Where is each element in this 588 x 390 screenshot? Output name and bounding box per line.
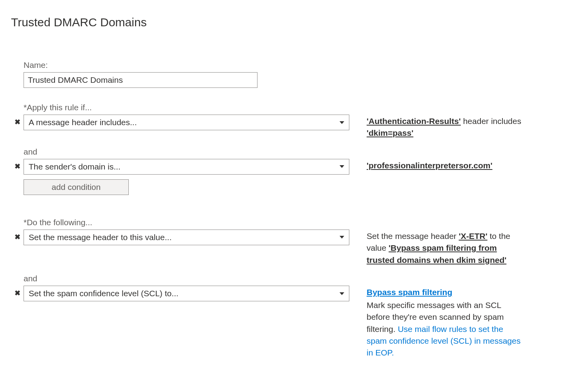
scl-title-link[interactable]: Bypass spam filtering (367, 286, 452, 298)
action-desc-1: Set the message header 'X-ETR' to the va… (367, 230, 524, 266)
page-title: Trusted DMARC Domains (11, 16, 577, 29)
actions-section-label: *Do the following... (24, 218, 577, 227)
name-input[interactable] (24, 72, 257, 88)
close-icon[interactable]: ✖ (15, 290, 20, 297)
header-value-link[interactable]: 'dkim=pass' (367, 128, 413, 137)
and-label: and (24, 274, 577, 283)
set-header-name-link[interactable]: 'X-ETR' (459, 231, 488, 241)
and-label: and (24, 147, 577, 157)
action-row: ✖ Set the message header to this value..… (24, 230, 577, 266)
desc-text: Set the message header (367, 231, 459, 241)
close-icon[interactable]: ✖ (15, 163, 20, 170)
chevron-down-icon (340, 121, 344, 124)
condition-row: ✖ The sender's domain is... 'professiona… (24, 159, 577, 175)
condition-desc-2: 'professionalinterpretersor.com' (367, 159, 524, 171)
name-label: Name: (24, 60, 577, 70)
dropdown-text: A message header includes... (29, 118, 137, 127)
action-dropdown-2[interactable]: Set the spam confidence level (SCL) to..… (24, 286, 349, 301)
dropdown-text: Set the message header to this value... (29, 233, 172, 242)
header-name-link[interactable]: 'Authentication-Results' (367, 117, 461, 126)
condition-desc-1: 'Authentication-Results' header includes… (367, 115, 524, 139)
form-area: Name: *Apply this rule if... ✖ A message… (24, 60, 577, 390)
close-icon[interactable]: ✖ (15, 118, 20, 126)
conditions-section-label: *Apply this rule if... (24, 103, 577, 112)
add-condition-button[interactable]: add condition (24, 179, 129, 195)
desc-text: header includes (461, 117, 521, 126)
page-root: Trusted DMARC Domains Name: *Apply this … (0, 0, 588, 390)
action-row: ✖ Set the spam confidence level (SCL) to… (24, 286, 577, 359)
dropdown-text: Set the spam confidence level (SCL) to..… (29, 289, 179, 298)
condition-dropdown-2[interactable]: The sender's domain is... (24, 159, 349, 175)
chevron-down-icon (340, 292, 344, 295)
dropdown-text: The sender's domain is... (29, 162, 121, 171)
condition-dropdown-1[interactable]: A message header includes... (24, 115, 349, 130)
action-dropdown-1[interactable]: Set the message header to this value... (24, 230, 349, 245)
sender-domain-link[interactable]: 'professionalinterpretersor.com' (367, 161, 492, 170)
close-icon[interactable]: ✖ (15, 233, 20, 241)
chevron-down-icon (340, 165, 344, 168)
condition-row: ✖ A message header includes... 'Authenti… (24, 115, 577, 139)
action-desc-2: Bypass spam filtering Mark specific mess… (367, 286, 524, 359)
chevron-down-icon (340, 236, 344, 239)
